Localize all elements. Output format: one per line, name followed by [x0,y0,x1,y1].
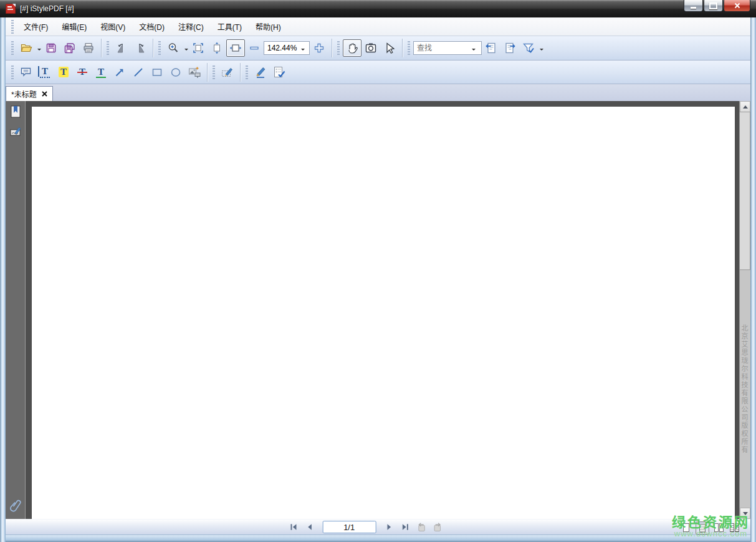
toolbar-grip[interactable] [213,65,215,79]
menu-view[interactable]: 视图(V) [93,19,132,34]
save-as-icon [64,42,76,54]
select-annotation-button[interactable] [218,64,237,81]
page-number-field[interactable]: 1/1 [322,521,376,533]
zoom-level-combo[interactable] [264,41,310,55]
select-tool-button[interactable] [380,39,399,57]
save-button[interactable] [42,39,60,57]
open-dropdown-caret[interactable] [37,49,41,52]
single-page-view-button[interactable] [680,521,692,533]
page-layout-buttons [680,521,740,535]
close-button[interactable] [724,0,750,12]
toolbar-grip[interactable] [246,65,248,79]
highlight-text-button[interactable]: T [54,64,73,81]
title-bar: [#] iStylePDF [#] [0,0,756,17]
find-next-button[interactable] [500,39,519,57]
app-logo-icon [6,4,16,14]
zoom-level-input[interactable] [266,43,300,53]
rotate-left-button[interactable] [112,39,131,57]
strikeout-text-button[interactable]: T [73,64,92,81]
toolbar-separator [153,39,153,57]
two-page-continuous-view-button[interactable] [728,521,740,533]
fit-page-icon [192,42,204,54]
snapshot-button[interactable] [361,39,380,57]
zoom-tool-button[interactable] [164,39,183,57]
hand-tool-button[interactable] [343,39,361,57]
menu-comment[interactable]: 注释(C) [171,19,211,34]
note-comment-button[interactable] [17,64,36,81]
toolbar-grip[interactable] [11,41,14,55]
fit-page-button[interactable] [189,39,208,57]
insert-text-button[interactable]: T [36,64,54,81]
fit-width-button[interactable] [226,39,245,57]
search-caret[interactable] [472,49,476,52]
pencil-annotation-button[interactable] [251,64,270,81]
attachments-panel-button[interactable] [8,498,23,513]
bookmark-icon [9,105,22,119]
rectangle-annotation-button[interactable] [148,64,166,81]
scrollbar-thumb[interactable] [740,112,750,270]
line-icon [132,66,145,79]
toolbar-grip[interactable] [337,41,340,55]
scroll-up-button[interactable] [740,101,750,112]
toolbar-grip[interactable] [107,41,109,55]
next-view-button[interactable] [431,520,444,534]
document-tab[interactable]: *未标题 [6,86,53,101]
maximize-button[interactable] [704,0,723,12]
minimize-button[interactable] [684,0,703,12]
zoom-out-button[interactable] [245,39,264,57]
previous-view-button[interactable] [414,520,428,534]
two-page-icon [719,523,724,532]
line-annotation-button[interactable] [129,64,148,81]
last-page-button[interactable] [398,520,412,534]
tab-close-button[interactable] [42,91,47,97]
plus-icon [313,42,325,54]
fit-height-button[interactable] [208,39,226,57]
continuous-view-button[interactable] [696,521,709,535]
bookmarks-panel-button[interactable] [8,104,23,119]
minimize-icon [691,7,696,9]
search-input[interactable] [416,43,471,53]
scroll-down-button[interactable] [740,508,750,519]
menu-file[interactable]: 文件(F) [17,19,55,34]
save-icon [45,42,57,54]
document-area: 北京艾思珑尔科技有限公司版权所有 [6,101,750,519]
toolbar-grip[interactable] [11,65,14,79]
vertical-scrollbar[interactable] [739,101,750,519]
insert-image-button[interactable] [185,64,204,81]
hand-icon [345,41,359,55]
two-page-continuous-icon [730,523,734,532]
open-folder-icon [20,42,32,54]
search-filter-button[interactable] [519,39,538,57]
menu-help[interactable]: 帮助(H) [249,19,288,34]
menu-document[interactable]: 文档(D) [132,19,171,34]
zoom-dropdown-caret[interactable] [184,49,188,52]
filter-dropdown-caret[interactable] [540,49,543,52]
save-as-button[interactable] [60,39,79,57]
toolbar-separator [402,39,403,57]
last-page-icon [400,522,410,532]
first-page-button[interactable] [286,520,300,534]
toolbar-grip[interactable] [158,41,161,55]
menubar-grip[interactable] [11,20,14,34]
arrow-annotation-button[interactable] [110,64,129,81]
next-page-button[interactable] [382,520,396,534]
ellipse-annotation-button[interactable] [166,64,185,81]
signature-panel-button[interactable] [8,124,23,139]
underline-text-button[interactable]: T [92,64,110,81]
two-page-view-button[interactable] [712,521,725,533]
menu-edit[interactable]: 编辑(E) [55,19,93,34]
zoom-level-caret[interactable] [301,49,305,52]
toolbar-grip[interactable] [408,41,410,55]
form-field-button[interactable] [270,64,289,81]
navigation-sidebar [6,101,26,519]
previous-page-button[interactable] [302,520,316,534]
menu-tools[interactable]: 工具(T) [211,19,249,34]
single-page-icon [683,523,689,532]
zoom-in-button[interactable] [310,39,328,57]
rotate-right-button[interactable] [131,39,150,57]
open-button[interactable] [17,39,36,57]
pdf-page[interactable] [32,107,735,519]
search-combo[interactable] [413,41,482,55]
print-button[interactable] [79,39,98,57]
find-previous-button[interactable] [482,39,500,57]
